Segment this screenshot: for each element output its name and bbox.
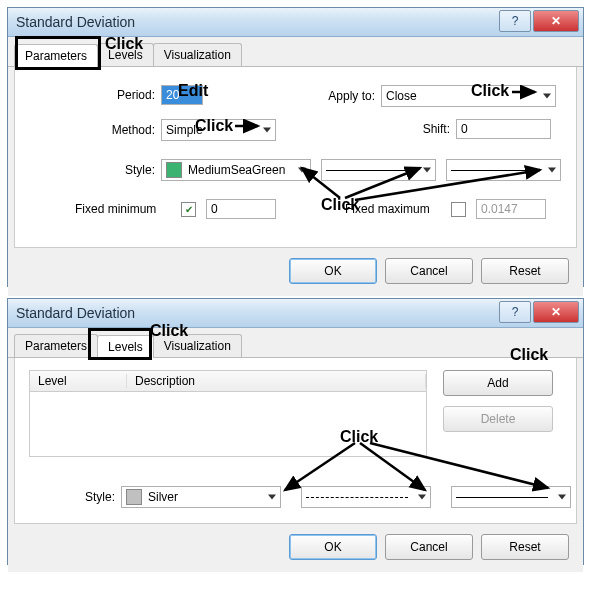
line-preview bbox=[451, 170, 538, 171]
applyto-label: Apply to: bbox=[315, 89, 381, 103]
reset-button[interactable]: Reset bbox=[481, 534, 569, 560]
col-level[interactable]: Level bbox=[30, 374, 127, 388]
dialog-standard-deviation-params: Standard Deviation ? ✕ Parameters Levels… bbox=[7, 7, 584, 287]
window-title: Standard Deviation bbox=[16, 14, 135, 30]
shift-input[interactable] bbox=[456, 119, 551, 139]
button-bar: OK Cancel Reset bbox=[8, 524, 583, 572]
shift-label: Shift: bbox=[395, 122, 456, 136]
applyto-value: Close bbox=[386, 89, 417, 103]
method-value: Simple bbox=[166, 123, 203, 137]
color-swatch bbox=[126, 489, 142, 505]
fixedmax-label: Fixed maximum bbox=[345, 202, 451, 216]
applyto-select[interactable]: Close bbox=[381, 85, 556, 107]
line-preview-dashed bbox=[306, 497, 408, 498]
line-preview bbox=[456, 497, 548, 498]
delete-button: Delete bbox=[443, 406, 553, 432]
color-swatch bbox=[166, 162, 182, 178]
ok-button[interactable]: OK bbox=[289, 534, 377, 560]
cancel-button[interactable]: Cancel bbox=[385, 258, 473, 284]
cancel-button[interactable]: Cancel bbox=[385, 534, 473, 560]
help-button[interactable]: ? bbox=[499, 10, 531, 32]
tab-parameters[interactable]: Parameters bbox=[14, 44, 98, 67]
fixedmin-input[interactable] bbox=[206, 199, 276, 219]
list-body[interactable] bbox=[29, 392, 427, 457]
style-line-select-2[interactable] bbox=[451, 486, 571, 508]
chevron-down-icon bbox=[263, 128, 271, 133]
style-color-select[interactable]: Silver bbox=[121, 486, 281, 508]
tab-levels[interactable]: Levels bbox=[97, 43, 154, 66]
chevron-down-icon bbox=[543, 94, 551, 99]
line-preview bbox=[326, 170, 413, 171]
fixedmin-label: Fixed minimum bbox=[75, 202, 181, 216]
button-bar: OK Cancel Reset bbox=[8, 248, 583, 296]
chevron-down-icon bbox=[418, 495, 426, 500]
reset-button[interactable]: Reset bbox=[481, 258, 569, 284]
close-button[interactable]: ✕ bbox=[533, 10, 579, 32]
style-color-name: Silver bbox=[148, 490, 178, 504]
dialog-standard-deviation-levels: Standard Deviation ? ✕ Parameters Levels… bbox=[7, 298, 584, 565]
style-line-select-1[interactable] bbox=[321, 159, 436, 181]
col-description[interactable]: Description bbox=[127, 374, 426, 388]
period-input[interactable] bbox=[161, 85, 203, 105]
list-header: Level Description bbox=[29, 370, 427, 392]
method-select[interactable]: Simple bbox=[161, 119, 276, 141]
titlebar[interactable]: Standard Deviation ? ✕ bbox=[8, 8, 583, 37]
fixedmax-input bbox=[476, 199, 546, 219]
tab-strip: Parameters Levels Visualization bbox=[8, 328, 583, 358]
help-button[interactable]: ? bbox=[499, 301, 531, 323]
style-color-name: MediumSeaGreen bbox=[188, 163, 285, 177]
titlebar[interactable]: Standard Deviation ? ✕ bbox=[8, 299, 583, 328]
ok-button[interactable]: OK bbox=[289, 258, 377, 284]
period-label: Period: bbox=[45, 88, 161, 102]
tab-strip: Parameters Levels Visualization bbox=[8, 37, 583, 67]
tab-visualization[interactable]: Visualization bbox=[153, 43, 242, 66]
panel-parameters: Period: Apply to: Close Method: Simple bbox=[14, 67, 577, 248]
tab-parameters[interactable]: Parameters bbox=[14, 334, 98, 357]
method-label: Method: bbox=[45, 123, 161, 137]
tab-levels[interactable]: Levels bbox=[97, 335, 154, 358]
style-label: Style: bbox=[45, 490, 121, 504]
panel-levels: Level Description Add Delete Style: Silv… bbox=[14, 358, 577, 524]
chevron-down-icon bbox=[558, 495, 566, 500]
fixedmin-checkbox[interactable]: ✔ bbox=[181, 202, 196, 217]
close-button[interactable]: ✕ bbox=[533, 301, 579, 323]
add-button[interactable]: Add bbox=[443, 370, 553, 396]
style-line-select-1[interactable] bbox=[301, 486, 431, 508]
style-color-select[interactable]: MediumSeaGreen bbox=[161, 159, 311, 181]
chevron-down-icon bbox=[268, 495, 276, 500]
window-title: Standard Deviation bbox=[16, 305, 135, 321]
chevron-down-icon bbox=[423, 168, 431, 173]
chevron-down-icon bbox=[548, 168, 556, 173]
style-label: Style: bbox=[45, 163, 161, 177]
fixedmax-checkbox[interactable] bbox=[451, 202, 466, 217]
style-line-select-2[interactable] bbox=[446, 159, 561, 181]
levels-list: Level Description bbox=[29, 370, 427, 457]
chevron-down-icon bbox=[298, 168, 306, 173]
tab-visualization[interactable]: Visualization bbox=[153, 334, 242, 357]
